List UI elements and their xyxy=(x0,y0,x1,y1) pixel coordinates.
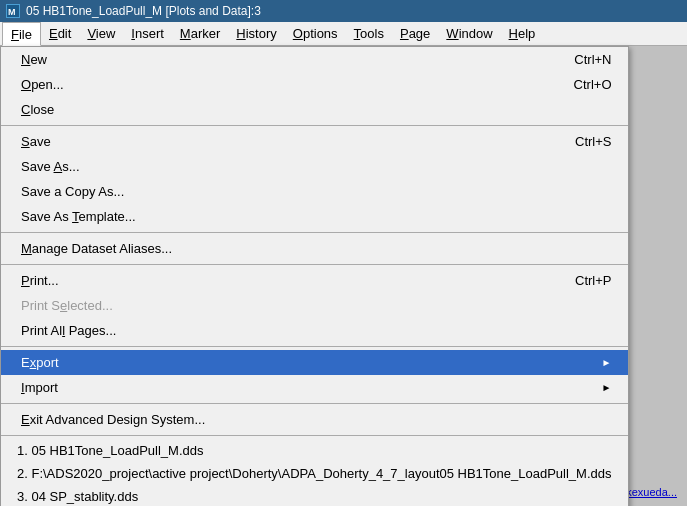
menu-item-save-as[interactable]: Save As... xyxy=(1,154,628,179)
menu-item-open-label: Open... xyxy=(21,77,64,92)
menu-insert[interactable]: Insert xyxy=(123,22,172,46)
menu-help[interactable]: Help xyxy=(501,22,544,46)
menu-item-close-label: Close xyxy=(21,102,54,117)
file-dropdown: New Ctrl+N Open... Ctrl+O Close Save Ctr… xyxy=(0,46,629,506)
menu-item-save-as-label: Save As... xyxy=(21,159,80,174)
menu-item-save[interactable]: Save Ctrl+S xyxy=(1,129,628,154)
divider-1 xyxy=(1,125,628,126)
menu-item-save-copy-label: Save a Copy As... xyxy=(21,184,124,199)
menu-item-exit[interactable]: Exit Advanced Design System... xyxy=(1,407,628,432)
menu-item-print-all-label: Print All Pages... xyxy=(21,323,116,338)
divider-3 xyxy=(1,264,628,265)
menu-item-manage-dataset[interactable]: Manage Dataset Aliases... xyxy=(1,236,628,261)
menu-history-label: History xyxy=(236,26,276,41)
menu-window[interactable]: Window xyxy=(438,22,500,46)
menu-item-new[interactable]: New Ctrl+N xyxy=(1,47,628,72)
menu-item-save-template-label: Save As Template... xyxy=(21,209,136,224)
menu-item-exit-label: Exit Advanced Design System... xyxy=(21,412,205,427)
menu-help-label: Help xyxy=(509,26,536,41)
menu-item-new-shortcut: Ctrl+N xyxy=(574,52,611,67)
menu-tools-label: Tools xyxy=(354,26,384,41)
menu-options-label: Options xyxy=(293,26,338,41)
menu-bar: File Edit View Insert Marker History Opt… xyxy=(0,22,687,46)
recent-file-1-label: 1. 05 HB1Tone_LoadPull_M.dds xyxy=(17,443,203,458)
app-icon: M xyxy=(6,4,20,18)
menu-view[interactable]: View xyxy=(79,22,123,46)
divider-2 xyxy=(1,232,628,233)
menu-file-label: File xyxy=(11,27,32,42)
menu-item-print-label: Print... xyxy=(21,273,59,288)
menu-item-print-shortcut: Ctrl+P xyxy=(575,273,611,288)
export-submenu-arrow: ► xyxy=(602,357,612,368)
recent-file-3[interactable]: 3. 04 SP_stablity.dds xyxy=(1,485,628,506)
recent-file-1[interactable]: 1. 05 HB1Tone_LoadPull_M.dds xyxy=(1,439,628,462)
menu-item-save-template[interactable]: Save As Template... xyxy=(1,204,628,229)
menu-item-export[interactable]: Export ► xyxy=(1,350,628,375)
menu-marker[interactable]: Marker xyxy=(172,22,228,46)
menu-marker-label: Marker xyxy=(180,26,220,41)
divider-6 xyxy=(1,435,628,436)
menu-item-import[interactable]: Import ► xyxy=(1,375,628,400)
menu-item-print-all[interactable]: Print All Pages... xyxy=(1,318,628,343)
menu-item-print-selected-label: Print Selected... xyxy=(21,298,113,313)
menu-history[interactable]: History xyxy=(228,22,284,46)
menu-item-open-shortcut: Ctrl+O xyxy=(574,77,612,92)
recent-file-2[interactable]: 2. F:\ADS2020_project\active project\Doh… xyxy=(1,462,628,485)
menu-item-import-label: Import xyxy=(21,380,58,395)
menu-item-print-selected: Print Selected... xyxy=(1,293,628,318)
menu-item-open[interactable]: Open... Ctrl+O xyxy=(1,72,628,97)
menu-item-manage-dataset-label: Manage Dataset Aliases... xyxy=(21,241,172,256)
title-text: 05 HB1Tone_LoadPull_M [Plots and Data]:3 xyxy=(26,4,261,18)
divider-5 xyxy=(1,403,628,404)
menu-item-new-label: New xyxy=(21,52,47,67)
menu-edit[interactable]: Edit xyxy=(41,22,79,46)
import-submenu-arrow: ► xyxy=(602,382,612,393)
recent-file-3-label: 3. 04 SP_stablity.dds xyxy=(17,489,138,504)
svg-text:M: M xyxy=(8,7,16,17)
menu-item-export-label: Export xyxy=(21,355,59,370)
menu-view-label: View xyxy=(87,26,115,41)
menu-item-save-label: Save xyxy=(21,134,51,149)
menu-options[interactable]: Options xyxy=(285,22,346,46)
recent-file-2-label: 2. F:\ADS2020_project\active project\Doh… xyxy=(17,466,612,481)
menu-edit-label: Edit xyxy=(49,26,71,41)
divider-4 xyxy=(1,346,628,347)
title-bar: M 05 HB1Tone_LoadPull_M [Plots and Data]… xyxy=(0,0,687,22)
menu-item-save-copy[interactable]: Save a Copy As... xyxy=(1,179,628,204)
menu-insert-label: Insert xyxy=(131,26,164,41)
menu-file[interactable]: File xyxy=(2,22,41,46)
menu-page-label: Page xyxy=(400,26,430,41)
menu-tools[interactable]: Tools xyxy=(346,22,392,46)
menu-page[interactable]: Page xyxy=(392,22,438,46)
menu-window-label: Window xyxy=(446,26,492,41)
menu-item-print[interactable]: Print... Ctrl+P xyxy=(1,268,628,293)
menu-item-close[interactable]: Close xyxy=(1,97,628,122)
menu-item-save-shortcut: Ctrl+S xyxy=(575,134,611,149)
